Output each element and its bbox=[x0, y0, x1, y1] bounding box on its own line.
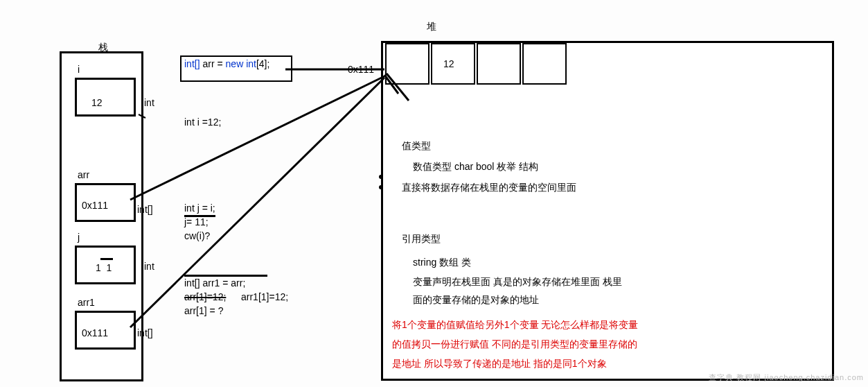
txt-value-line1: 数值类型 char bool 枚举 结构 bbox=[413, 161, 538, 173]
var-i-cell bbox=[75, 78, 136, 117]
txt-red-3: 是地址 所以导致了传递的是地址 指的是同1个对象 bbox=[392, 358, 607, 370]
code-int-i: int i =12; bbox=[184, 117, 221, 128]
svg-line-0 bbox=[130, 76, 384, 200]
code-new: new int bbox=[226, 58, 256, 69]
code-arr1-q: arr[1] = ? bbox=[184, 305, 223, 316]
txt-ref-header: 引用类型 bbox=[402, 233, 441, 246]
code-arr-name: arr bbox=[202, 58, 214, 69]
txt-red-1: 将1个变量的值赋值给另外1个变量 无论怎么样都是将变量 bbox=[392, 319, 638, 332]
svg-line-1 bbox=[130, 78, 384, 327]
code-bracket: [4]; bbox=[256, 58, 269, 69]
code-cwi: cw(i)? bbox=[184, 230, 210, 241]
code-kw-intarr: int[] bbox=[184, 58, 200, 69]
var-j-value: 1 1 bbox=[96, 262, 112, 273]
code-eq: = bbox=[217, 58, 222, 69]
txt-value-line2: 直接将数据存储在栈里的变量的空间里面 bbox=[402, 182, 576, 194]
txt-red-2: 的值拷贝一份进行赋值 不同的是引用类型的变量里存储的 bbox=[392, 338, 637, 351]
var-i-name: i bbox=[78, 64, 80, 75]
code-arr1-assign: arr1[1]=12; bbox=[241, 291, 288, 302]
heap-cell-1-value: 12 bbox=[443, 58, 454, 69]
heap-cell-0 bbox=[385, 43, 429, 85]
code-int-j-struck: int j = i; bbox=[184, 203, 215, 217]
var-arr1-value: 0x111 bbox=[82, 327, 108, 338]
heap-cell-3 bbox=[522, 43, 567, 85]
var-arr-type: int[] bbox=[137, 204, 153, 215]
var-arr-value: 0x111 bbox=[82, 200, 108, 211]
watermark-text: 查字典 教程网 jiaocheng.chazidian.com bbox=[709, 372, 864, 383]
code-arr1-overline bbox=[184, 275, 267, 277]
heap-address-label: 0x111 bbox=[348, 64, 374, 75]
txt-ref-line2: 变量声明在栈里面 真是的对象存储在堆里面 栈里 bbox=[413, 276, 622, 289]
txt-ref-line1: string 数组 类 bbox=[413, 257, 471, 269]
var-i-type: int bbox=[144, 97, 154, 108]
var-j-type: int bbox=[144, 261, 154, 272]
heap-title-label: 堆 bbox=[427, 21, 436, 33]
var-arr-name: arr bbox=[78, 169, 89, 180]
code-j11: j= 11; bbox=[184, 216, 209, 227]
txt-ref-line3: 面的变量存储的是对象的地址 bbox=[413, 294, 539, 307]
txt-value-header: 值类型 bbox=[402, 140, 431, 153]
var-j-name: j bbox=[78, 232, 80, 243]
var-j-strike bbox=[100, 258, 113, 260]
heap-cell-2 bbox=[477, 43, 521, 85]
var-arr1-type: int[] bbox=[137, 327, 153, 338]
var-i-value: 12 bbox=[91, 97, 103, 108]
code-arr1-struck: arr[1]=12; bbox=[184, 291, 226, 302]
code-arr1-decl: int[] arr1 = arr; bbox=[184, 277, 245, 289]
code-box-arr-decl: int[] arr = new int[4]; bbox=[180, 55, 292, 82]
var-arr1-name: arr1 bbox=[78, 297, 95, 308]
